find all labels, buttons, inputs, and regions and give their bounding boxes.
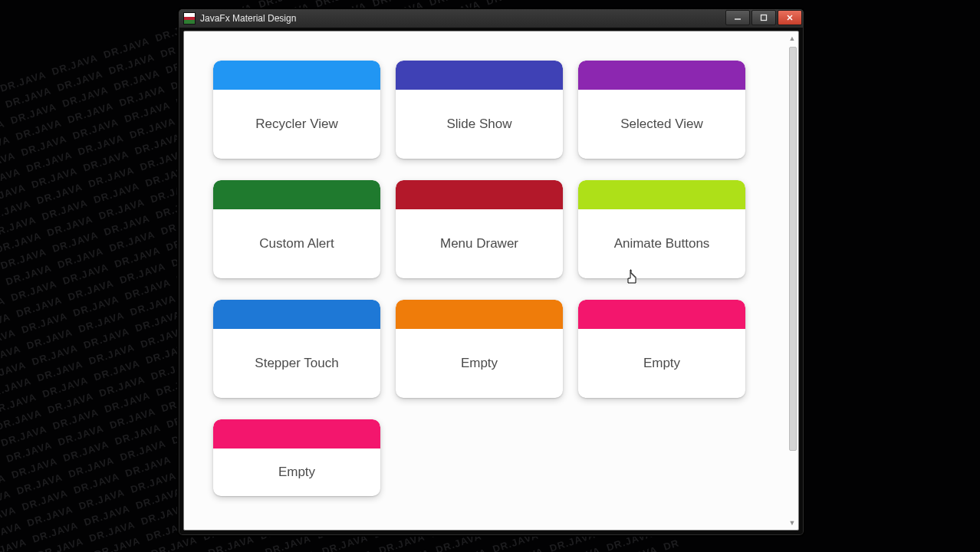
card-header <box>578 180 745 209</box>
content-area: Recycler ViewSlide ShowSelected ViewCust… <box>183 31 799 531</box>
window-controls <box>725 10 802 25</box>
card-header <box>578 61 745 90</box>
scrollbar-thumb[interactable] <box>789 47 797 451</box>
app-icon <box>183 12 196 25</box>
card-header <box>213 180 380 209</box>
card-body: Custom Alert <box>213 209 380 278</box>
scroll-surface[interactable]: Recycler ViewSlide ShowSelected ViewCust… <box>184 31 786 530</box>
card-body: Stepper Touch <box>213 329 380 398</box>
card-stepper-touch[interactable]: Stepper Touch <box>213 300 380 398</box>
card-label: Empty <box>278 465 315 480</box>
card-header <box>213 61 380 90</box>
card-grid: Recycler ViewSlide ShowSelected ViewCust… <box>213 61 772 496</box>
app-window: JavaFx Material Design Recycler ViewSlid… <box>178 8 804 536</box>
svg-rect-1 <box>761 15 767 21</box>
card-label: Slide Show <box>446 117 511 132</box>
close-button[interactable] <box>778 10 802 25</box>
card-empty[interactable]: Empty <box>578 300 745 398</box>
card-recycler-view[interactable]: Recycler View <box>213 61 380 159</box>
card-label: Custom Alert <box>259 236 334 251</box>
card-header <box>578 300 745 329</box>
card-label: Empty <box>643 356 680 371</box>
card-body: Empty <box>213 449 380 496</box>
minimize-button[interactable] <box>725 10 750 25</box>
desktop-background: JAVA DR.JAVA DR.JAVA DR.JAVA DR.JAVA DR.… <box>0 0 980 552</box>
card-empty[interactable]: Empty <box>396 300 563 398</box>
card-slide-show[interactable]: Slide Show <box>396 61 563 159</box>
card-header <box>213 300 380 329</box>
minimize-icon <box>734 14 742 21</box>
card-header <box>396 61 563 90</box>
card-menu-drawer[interactable]: Menu Drawer <box>396 180 563 278</box>
scroll-up-arrow-icon[interactable]: ▲ <box>787 33 797 44</box>
card-body: Empty <box>578 329 745 398</box>
card-label: Recycler View <box>255 117 337 132</box>
card-label: Animate Buttons <box>614 236 710 251</box>
card-selected-view[interactable]: Selected View <box>578 61 745 159</box>
vertical-scrollbar[interactable]: ▲ ▼ <box>787 33 797 528</box>
card-body: Selected View <box>578 90 745 159</box>
card-empty[interactable]: Empty <box>213 419 380 496</box>
titlebar[interactable]: JavaFx Material Design <box>179 9 804 28</box>
card-header <box>396 180 563 209</box>
card-header <box>396 300 563 329</box>
card-body: Recycler View <box>213 90 380 159</box>
card-label: Menu Drawer <box>440 236 518 251</box>
window-title: JavaFx Material Design <box>200 13 296 24</box>
card-body: Empty <box>396 329 563 398</box>
card-label: Stepper Touch <box>255 356 338 371</box>
maximize-button[interactable] <box>751 10 776 25</box>
card-body: Menu Drawer <box>396 209 563 278</box>
maximize-icon <box>760 14 768 21</box>
card-label: Empty <box>461 356 498 371</box>
card-animate-buttons[interactable]: Animate Buttons <box>578 180 745 278</box>
close-icon <box>786 14 794 21</box>
card-body: Slide Show <box>396 90 563 159</box>
scroll-down-arrow-icon[interactable]: ▼ <box>787 518 797 528</box>
card-label: Selected View <box>620 117 702 132</box>
scrollbar-track[interactable] <box>789 47 795 514</box>
card-body: Animate Buttons <box>578 209 745 278</box>
card-custom-alert[interactable]: Custom Alert <box>213 180 380 278</box>
card-header <box>213 419 380 449</box>
